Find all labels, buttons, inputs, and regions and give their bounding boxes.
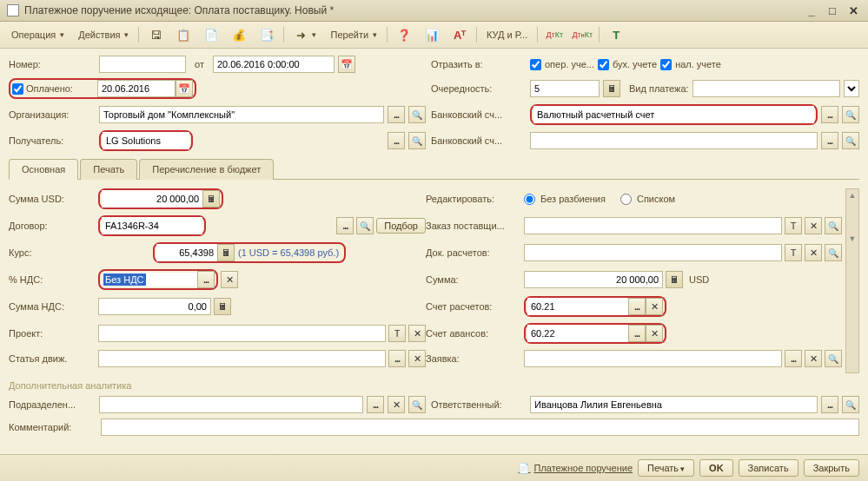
bank2-ellipsis-button[interactable] [821,132,838,149]
article-input[interactable] [98,350,386,367]
responsible-ellipsis-button[interactable] [821,396,838,413]
acc-settle-ellipsis-button[interactable] [628,298,646,315]
recipient-input[interactable] [103,132,189,149]
vat-pct-x-button[interactable]: ✕ [221,271,238,288]
subdiv-ellipsis-button[interactable] [367,396,384,413]
tab-main[interactable]: Основная [9,159,78,180]
org-ellipsis-button[interactable] [388,106,405,123]
docr-x-button[interactable]: ✕ [805,244,822,261]
acc-settle-x-button[interactable]: ✕ [646,298,663,315]
tb-icon-3[interactable]: 📄 [198,24,224,45]
paid-calendar-button[interactable]: 📅 [176,80,193,97]
bank2-input[interactable] [530,132,818,149]
docr-t-button[interactable]: T [785,244,802,261]
actions-menu[interactable]: Действия [72,26,135,43]
org-search-button[interactable] [408,106,426,123]
docr-search-button[interactable] [825,244,842,261]
tb-icon-2[interactable]: 📋 [170,24,196,45]
bank2-search-button[interactable] [842,132,859,149]
select-contract-button[interactable]: Подбор [376,218,426,234]
responsible-search-button[interactable] [842,396,859,413]
print-button[interactable]: Печать [638,459,694,477]
paid-checkbox[interactable] [12,83,23,95]
sum-usd-calc-button[interactable]: 🖩 [202,190,220,208]
priority-calc-button[interactable]: 🖩 [603,80,620,97]
sum-calc-button[interactable]: 🖩 [666,271,683,288]
goto-menu[interactable]: Перейти [324,26,383,43]
contract-search-button[interactable] [356,217,374,234]
docr-input[interactable] [524,244,782,261]
tb-icon-1[interactable]: 🖫 [142,24,169,45]
contract-input[interactable] [102,217,202,234]
sum-input[interactable] [524,271,663,288]
tb-icon-5[interactable]: 📑 [254,24,280,45]
close-button[interactable]: Закрыть [804,459,859,477]
recipient-search-button[interactable] [408,132,426,149]
bank1-search-button[interactable] [842,106,859,123]
request-search-button[interactable] [825,350,842,367]
date-calendar-button[interactable]: 📅 [338,56,355,73]
operation-menu[interactable]: Операция [5,26,70,43]
payment-type-select[interactable] [844,80,859,97]
tb-icon-4[interactable]: 💰 [226,24,252,45]
priority-input[interactable] [530,80,600,97]
order-t-button[interactable]: T [785,217,802,234]
paid-date-input[interactable] [97,80,176,97]
kudir-button[interactable]: КУД и Р... [480,26,533,43]
vat-sum-input[interactable] [98,298,211,315]
project-x-button[interactable]: ✕ [408,325,426,342]
article-ellipsis-button[interactable] [388,350,406,367]
reflect-buh-checkbox[interactable] [598,59,609,70]
contract-ellipsis-button[interactable] [336,217,354,234]
acc-advance-ellipsis-button[interactable] [628,325,646,342]
bank1-ellipsis-button[interactable] [821,106,838,123]
request-ellipsis-button[interactable] [785,350,802,367]
request-x-button[interactable]: ✕ [805,350,822,367]
project-input[interactable] [98,325,386,342]
maximize-button[interactable]: □ [825,3,840,17]
scroll-down-icon[interactable]: ▼ [849,234,857,243]
tab-print[interactable]: Печать [80,159,137,180]
bank1-input[interactable] [533,106,814,123]
ok-button[interactable]: OK [699,459,733,477]
tab-budget[interactable]: Перечисление в бюджет [139,159,274,180]
edit-no-split-radio[interactable] [524,194,535,205]
payment-type-input[interactable] [692,80,840,97]
order-input[interactable] [524,217,782,234]
order-x-button[interactable]: ✕ [805,217,822,234]
rate-calc-button[interactable]: 🖩 [217,244,235,261]
acc-advance-x-button[interactable]: ✕ [646,325,663,342]
rate-input[interactable] [156,244,217,261]
help-icon[interactable]: ❓ [391,24,417,45]
tb-nav-icon[interactable]: ➜ [288,24,322,45]
responsible-input[interactable] [530,396,818,413]
tb-icon-7[interactable]: Aᵀ [447,24,473,45]
project-t-button[interactable]: T [388,325,406,342]
subdiv-input[interactable] [99,396,363,413]
edit-list-radio[interactable] [620,194,632,205]
number-input[interactable] [99,56,186,73]
recipient-ellipsis-button[interactable] [388,132,405,149]
acc-settle-input[interactable] [527,298,628,315]
vat-sum-calc-button[interactable]: 🖩 [214,298,231,315]
dt-kt-icon[interactable]: ДтКт [541,24,567,45]
order-search-button[interactable] [825,217,842,234]
comment-input[interactable] [101,418,859,436]
tb-t-icon[interactable]: T [603,24,629,45]
payment-order-link[interactable]: 📄 Платежное поручение [518,463,633,474]
vat-pct-ellipsis-button[interactable] [197,271,215,288]
tb-icon-6[interactable]: 📊 [419,24,445,45]
vat-pct-input[interactable]: Без НДС [103,273,146,286]
dt-kt-n-icon[interactable]: ДтнКт [569,24,595,45]
save-button[interactable]: Записать [739,459,798,477]
minimize-button[interactable]: _ [804,3,819,17]
reflect-nal-checkbox[interactable] [660,59,672,70]
org-input[interactable] [99,106,384,123]
sum-usd-input[interactable] [102,190,202,208]
scroll-up-icon[interactable]: ▲ [849,191,857,200]
date-from-input[interactable] [213,56,335,73]
article-x-button[interactable]: ✕ [408,350,426,367]
acc-advance-input[interactable] [527,325,628,342]
subdiv-x-button[interactable]: ✕ [388,396,405,413]
reflect-oper-checkbox[interactable] [530,59,541,70]
